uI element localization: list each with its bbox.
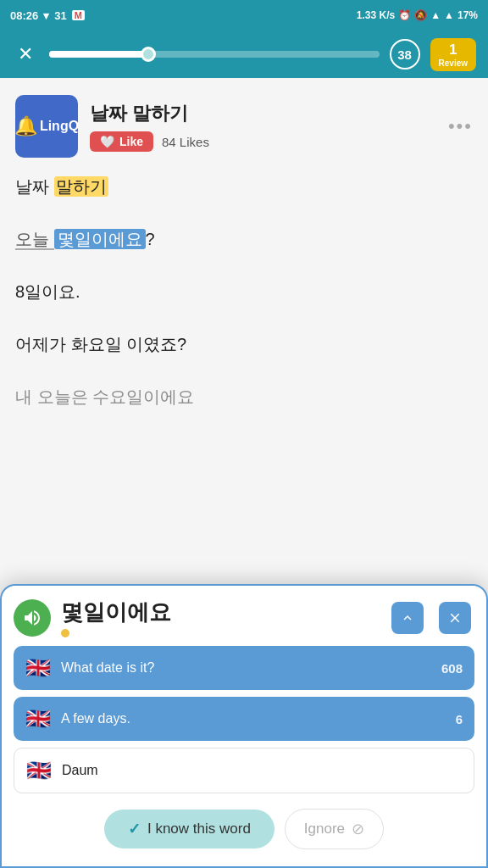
definition-item-2[interactable]: 🇬🇧 A few days. 6 xyxy=(14,697,474,741)
gmail-icon: M xyxy=(72,10,85,20)
definition-text-2: A few days. xyxy=(61,711,446,726)
ignore-label: Ignore xyxy=(304,821,345,837)
speaker-icon xyxy=(22,608,42,628)
lingq-logo: 🔔 LingQ xyxy=(15,95,78,158)
text-line-5: 내 오늘은 수요일이에요 xyxy=(15,383,473,410)
progress-dot xyxy=(141,47,156,62)
close-icon xyxy=(447,610,463,626)
lingq-brand: LingQ xyxy=(40,119,79,134)
lesson-info: 날짜 말하기 🤍 Like 84 Likes xyxy=(90,101,436,152)
word-normal[interactable]: 8일이요. xyxy=(15,282,80,301)
popup-close-button[interactable] xyxy=(439,602,471,634)
chevron-up-button[interactable] xyxy=(391,602,424,634)
popup-word: 몇일이에요 xyxy=(61,598,381,627)
word-normal[interactable]: ? xyxy=(146,230,155,248)
more-button[interactable]: ••• xyxy=(448,115,473,137)
flag-icon-2: 🇬🇧 xyxy=(25,707,51,731)
know-button[interactable]: ✓ I know this word xyxy=(104,810,274,849)
lesson-header: 🔔 LingQ 날짜 말하기 🤍 Like 84 Likes ••• xyxy=(15,95,473,158)
text-line-4: 어제가 화요일 이였죠? xyxy=(15,331,473,358)
definition-text-3: Daum xyxy=(62,763,452,778)
definition-count-1: 608 xyxy=(441,661,463,676)
main-content: 🔔 LingQ 날짜 말하기 🤍 Like 84 Likes ••• 날짜 말하… xyxy=(0,78,488,604)
status-time: 08:26 xyxy=(10,9,38,22)
definition-text-1: What date is it? xyxy=(61,660,431,676)
speed-indicator: 1.33 K/s xyxy=(357,9,395,21)
word-fade[interactable]: 내 오늘은 수요일이에요 xyxy=(15,387,194,406)
word-normal[interactable]: 날짜 xyxy=(15,177,54,196)
text-line-1: 날짜 말하기 xyxy=(15,173,473,200)
ignore-button[interactable]: Ignore ⊘ xyxy=(285,809,384,849)
nav-bar: ✕ 38 1 Review xyxy=(0,31,488,78)
status-right: 1.33 K/s ⏰ 🔕 ▲ ▲ 17% xyxy=(357,9,478,21)
speaker-button[interactable] xyxy=(14,599,51,637)
definition-item-3[interactable]: 🇬🇧 Daum xyxy=(14,748,474,793)
definition-count-2: 6 xyxy=(456,712,463,726)
check-icon: ✓ xyxy=(128,820,141,838)
text-line-3: 8일이요. xyxy=(15,278,473,305)
flag-icon-3: 🇬🇧 xyxy=(26,759,52,782)
battery-indicator: 17% xyxy=(458,9,478,21)
lte-icon: ▲ xyxy=(444,9,454,21)
popup-header: 몇일이에요 xyxy=(2,586,486,641)
popup-card: 몇일이에요 🇬🇧 What date is it? 608 🇬🇧 A few d… xyxy=(0,584,488,868)
alarm-icon: ⏰ xyxy=(398,9,411,21)
progress-fill xyxy=(49,51,148,58)
status-bar: 08:26 ▾ 31 M 1.33 K/s ⏰ 🔕 ▲ ▲ 17% xyxy=(0,0,488,31)
chevron-up-icon xyxy=(400,610,415,626)
like-label: Like xyxy=(119,135,143,148)
like-count: 84 Likes xyxy=(162,135,209,149)
lingq-bell-icon: 🔔 xyxy=(14,115,37,137)
know-label: I know this word xyxy=(147,821,251,837)
close-button[interactable]: ✕ xyxy=(12,43,39,65)
progress-bar xyxy=(49,51,380,58)
review-count: 1 xyxy=(439,42,468,58)
lesson-like-row: 🤍 Like 84 Likes xyxy=(90,131,436,152)
like-button[interactable]: 🤍 Like xyxy=(90,131,153,152)
signal-icon: ▾ xyxy=(43,9,49,22)
badge-38: 38 xyxy=(390,39,420,70)
flag-icon-1: 🇬🇧 xyxy=(25,656,51,680)
wifi-icon: ▲ xyxy=(430,9,441,21)
status-left: 08:26 ▾ 31 M xyxy=(10,9,85,22)
lesson-title: 날짜 말하기 xyxy=(90,101,436,126)
heart-icon: 🤍 xyxy=(100,135,114,148)
ignore-circle-icon: ⊘ xyxy=(352,820,364,838)
mute-icon: 🔕 xyxy=(414,9,427,21)
word-underline[interactable]: 오늘 xyxy=(15,230,54,250)
popup-definitions: 🇬🇧 What date is it? 608 🇬🇧 A few days. 6… xyxy=(2,641,486,793)
review-badge[interactable]: 1 Review xyxy=(430,38,476,71)
text-line-2: 오늘 몇일이에요? xyxy=(15,225,473,253)
word-normal[interactable]: 어제가 화요일 이였죠? xyxy=(15,335,186,353)
word-status-dot xyxy=(61,629,69,637)
word-highlight-yellow[interactable]: 말하기 xyxy=(54,176,108,197)
status-signal: 31 xyxy=(54,9,66,22)
lesson-text: 날짜 말하기 오늘 몇일이에요? 8일이요. 어제가 화요일 이였죠? 내 오늘… xyxy=(15,173,473,410)
word-highlight-blue[interactable]: 몇일이에요 xyxy=(54,229,146,249)
definition-item-1[interactable]: 🇬🇧 What date is it? 608 xyxy=(14,646,474,690)
review-label: Review xyxy=(439,58,468,68)
popup-actions: ✓ I know this word Ignore ⊘ xyxy=(2,809,486,849)
